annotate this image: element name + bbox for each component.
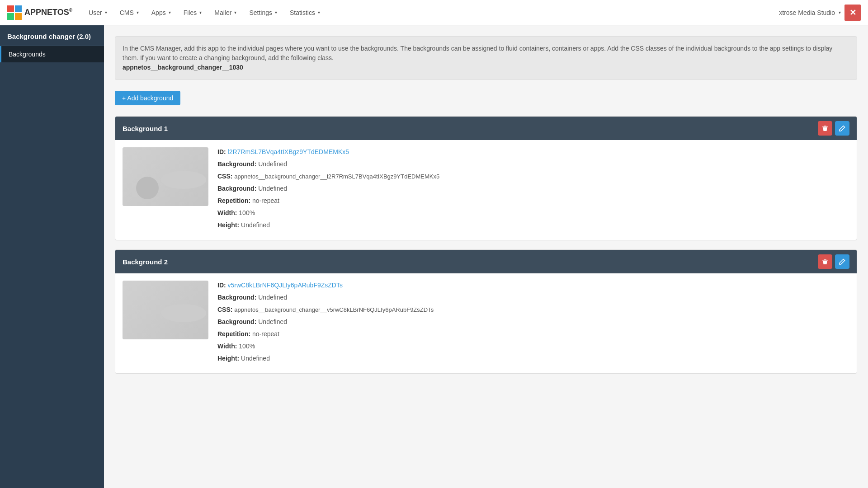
nav-item-statistics: Statistics ▾ bbox=[284, 6, 326, 19]
bg-card-title-1: Background 1 bbox=[123, 125, 168, 132]
nav-link-settings[interactable]: Settings ▾ bbox=[244, 6, 283, 19]
bg-card-header-1: Background 1 bbox=[115, 117, 857, 140]
bg-info-height-row-1: Height: Undefined bbox=[217, 221, 849, 230]
svg-rect-0 bbox=[7, 5, 14, 12]
add-background-button[interactable]: + Add background bbox=[115, 91, 180, 105]
nav-item-user: User ▾ bbox=[83, 6, 113, 19]
bg-background2-1: Undefined bbox=[258, 185, 287, 192]
delete-background-1-button[interactable] bbox=[818, 121, 832, 136]
bg-background-1: Undefined bbox=[258, 160, 287, 168]
nav-link-statistics[interactable]: Statistics ▾ bbox=[284, 6, 326, 19]
bg-info-1: ID: l2R7RmSL7BVqa4tIXBgz9YTdEDMEMKx5 Bac… bbox=[217, 147, 849, 233]
bg-height-1: Undefined bbox=[241, 221, 270, 229]
dropdown-caret: ▾ bbox=[839, 10, 841, 15]
bg-id-2: v5rwC8kLBrNF6QJLIy6pARubF9ZsZDTs bbox=[228, 282, 343, 289]
background-card-2: Background 2 bbox=[115, 249, 857, 374]
bg-id-1: l2R7RmSL7BVqa4tIXBgz9YTdEDMEMKx5 bbox=[228, 148, 349, 155]
bg-height-2: Undefined bbox=[241, 355, 270, 362]
nav-link-files[interactable]: Files ▾ bbox=[178, 6, 208, 19]
nav-item-settings: Settings ▾ bbox=[244, 6, 283, 19]
nav-item-cms: CMS ▾ bbox=[114, 6, 144, 19]
caret-icon: ▾ bbox=[275, 10, 277, 15]
nav-item-mailer: Mailer ▾ bbox=[209, 6, 242, 19]
bg-background-2: Undefined bbox=[258, 294, 287, 301]
nav-item-apps: Apps ▾ bbox=[146, 6, 176, 19]
nav-item-files: Files ▾ bbox=[178, 6, 208, 19]
bg-css-2: appnetos__background_changer__v5rwC8kLBr… bbox=[234, 306, 434, 313]
trash-icon bbox=[822, 125, 828, 131]
info-class-name: appnetos__background_changer__1030 bbox=[123, 64, 243, 71]
navbar: APPNETOS® User ▾ CMS ▾ Apps ▾ Files ▾ bbox=[0, 0, 868, 25]
edit-icon bbox=[839, 258, 845, 265]
sidebar-item-backgrounds[interactable]: Backgrounds bbox=[0, 46, 104, 62]
background-card-1: Background 1 bbox=[115, 116, 857, 240]
navbar-right: xtrose Media Studio ▾ ✕ bbox=[779, 5, 861, 21]
sidebar-title: Background changer (2.0) bbox=[0, 25, 104, 46]
sidebar: Background changer (2.0) Backgrounds bbox=[0, 25, 104, 488]
caret-icon: ▾ bbox=[234, 10, 236, 15]
edit-background-1-button[interactable] bbox=[835, 121, 849, 136]
bg-info-2: ID: v5rwC8kLBrNF6QJLIy6pARubF9ZsZDTs Bac… bbox=[217, 281, 849, 366]
bg-info-background2-row-1: Background: Undefined bbox=[217, 184, 849, 193]
svg-rect-4 bbox=[822, 127, 828, 127]
svg-rect-3 bbox=[15, 13, 22, 20]
svg-rect-1 bbox=[15, 5, 22, 12]
info-box: In the CMS Manager, add this app to the … bbox=[115, 36, 857, 80]
bg-info-height-row-2: Height: Undefined bbox=[217, 354, 849, 363]
edit-icon bbox=[839, 125, 845, 131]
caret-icon: ▾ bbox=[318, 10, 320, 15]
main-content: In the CMS Manager, add this app to the … bbox=[104, 25, 868, 488]
brand-logo-link[interactable]: APPNETOS® bbox=[7, 5, 72, 20]
trash-icon bbox=[822, 258, 828, 265]
svg-rect-6 bbox=[822, 260, 828, 261]
nav-link-mailer[interactable]: Mailer ▾ bbox=[209, 6, 242, 19]
edit-background-2-button[interactable] bbox=[835, 254, 849, 269]
brand-logo-icon bbox=[7, 5, 22, 20]
svg-rect-2 bbox=[7, 13, 14, 20]
svg-rect-5 bbox=[824, 126, 826, 127]
delete-background-2-button[interactable] bbox=[818, 254, 832, 269]
caret-icon: ▾ bbox=[169, 10, 171, 15]
bg-card-actions-1 bbox=[818, 121, 849, 136]
bg-info-background2-row-2: Background: Undefined bbox=[217, 317, 849, 327]
bg-card-header-2: Background 2 bbox=[115, 250, 857, 273]
bg-info-css-row-2: CSS: appnetos__background_changer__v5rwC… bbox=[217, 305, 849, 314]
bg-card-body-2: ID: v5rwC8kLBrNF6QJLIy6pARubF9ZsZDTs Bac… bbox=[115, 273, 857, 373]
bg-card-title-2: Background 2 bbox=[123, 258, 168, 266]
nav-link-cms[interactable]: CMS ▾ bbox=[114, 6, 144, 19]
bg-info-id-row-1: ID: l2R7RmSL7BVqa4tIXBgz9YTdEDMEMKx5 bbox=[217, 147, 849, 157]
bg-preview-2 bbox=[123, 281, 208, 339]
bg-info-width-row-2: Width: 100% bbox=[217, 342, 849, 351]
bg-info-css-row-1: CSS: appnetos__background_changer__l2R7R… bbox=[217, 172, 849, 181]
bg-preview-1 bbox=[123, 147, 208, 206]
bg-card-actions-2 bbox=[818, 254, 849, 269]
studio-name: xtrose Media Studio bbox=[779, 9, 835, 16]
svg-rect-7 bbox=[824, 259, 826, 260]
caret-icon: ▾ bbox=[199, 10, 202, 15]
bg-info-repetition-row-2: Repetition: no-repeat bbox=[217, 329, 849, 339]
nav-link-user[interactable]: User ▾ bbox=[83, 6, 113, 19]
bg-info-background-row-2: Background: Undefined bbox=[217, 293, 849, 302]
bg-repetition-2: no-repeat bbox=[252, 330, 279, 338]
nav-link-apps[interactable]: Apps ▾ bbox=[146, 6, 176, 19]
bg-repetition-1: no-repeat bbox=[252, 197, 279, 204]
bg-info-id-row-2: ID: v5rwC8kLBrNF6QJLIy6pARubF9ZsZDTs bbox=[217, 281, 849, 290]
brand-name: APPNETOS® bbox=[24, 8, 72, 17]
app-layout: Background changer (2.0) Backgrounds In … bbox=[0, 25, 868, 488]
bg-css-1: appnetos__background_changer__l2R7RmSL7B… bbox=[234, 173, 439, 180]
nav-menu: User ▾ CMS ▾ Apps ▾ Files ▾ Mailer bbox=[83, 6, 779, 19]
bg-width-2: 100% bbox=[239, 343, 255, 350]
close-button[interactable]: ✕ bbox=[844, 5, 861, 21]
bg-width-1: 100% bbox=[239, 209, 255, 216]
bg-info-background-row-1: Background: Undefined bbox=[217, 160, 849, 169]
bg-background2-2: Undefined bbox=[258, 318, 287, 325]
bg-card-body-1: ID: l2R7RmSL7BVqa4tIXBgz9YTdEDMEMKx5 Bac… bbox=[115, 140, 857, 240]
caret-icon: ▾ bbox=[137, 10, 139, 15]
caret-icon: ▾ bbox=[105, 10, 107, 15]
bg-info-repetition-row-1: Repetition: no-repeat bbox=[217, 196, 849, 206]
bg-info-width-row-1: Width: 100% bbox=[217, 208, 849, 218]
